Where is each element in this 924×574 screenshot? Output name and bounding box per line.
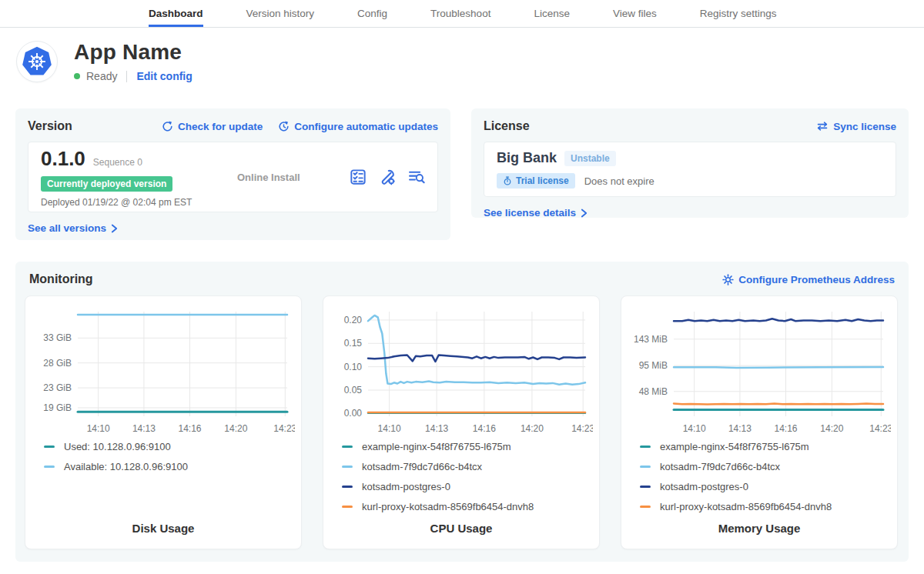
svg-text:143 MiB: 143 MiB — [634, 334, 668, 345]
svg-text:14:13: 14:13 — [132, 423, 156, 434]
update-schedule-icon — [278, 121, 290, 132]
app-header: App Name Ready Edit config — [16, 40, 192, 82]
sync-icon — [816, 121, 829, 132]
preflight-checks-button[interactable] — [350, 169, 367, 185]
legend-item: kotsadm-postgres-0 — [342, 481, 591, 492]
legend-label: example-nginx-54f8f76755-l675m — [660, 441, 809, 452]
edit-config-button[interactable] — [379, 169, 396, 185]
wrench-gear-icon — [379, 169, 396, 185]
legend-swatch — [44, 466, 55, 468]
configure-automatic-updates-link[interactable]: Configure automatic updates — [278, 121, 438, 132]
version-number: 0.1.0 — [41, 147, 85, 171]
tab-version-history[interactable]: Version history — [246, 0, 315, 27]
app-status: Ready — [86, 70, 117, 82]
sequence-label: Sequence 0 — [93, 157, 142, 168]
license-expiry: Does not expire — [584, 175, 654, 187]
svg-text:14:10: 14:10 — [87, 423, 110, 434]
legend-swatch — [640, 506, 651, 508]
tab-config[interactable]: Config — [357, 0, 387, 27]
configure-prometheus-link[interactable]: Configure Prometheus Address — [722, 274, 895, 285]
svg-text:14:23: 14:23 — [869, 423, 891, 434]
cpu-usage-card: 0.000.050.100.150.2014:1014:1314:1614:20… — [323, 295, 600, 549]
preflight-checklist-icon — [350, 169, 367, 185]
install-type-label: Online Install — [214, 172, 350, 183]
legend-label: kotsadm-7f9dc7d66c-b4tcx — [362, 461, 482, 472]
svg-text:14:10: 14:10 — [378, 423, 401, 434]
legend-swatch — [640, 486, 651, 488]
svg-text:14:16: 14:16 — [473, 423, 496, 434]
svg-text:14:16: 14:16 — [179, 423, 202, 434]
deploy-logs-button[interactable] — [408, 169, 425, 185]
see-all-versions-link[interactable]: See all versions — [28, 222, 118, 234]
legend-swatch — [342, 486, 353, 488]
tab-registry-settings[interactable]: Registry settings — [700, 0, 777, 27]
legend-label: kotsadm-postgres-0 — [362, 481, 450, 492]
legend-label: Available: 10.128.0.96:9100 — [64, 461, 188, 472]
chart-title-memory: Memory Usage — [629, 522, 889, 541]
license-card: License Sync license Big Bank Unstable — [471, 108, 909, 218]
legend-label: Used: 10.128.0.96:9100 — [64, 441, 171, 452]
license-card-title: License — [484, 119, 530, 133]
cpu-usage-legend: example-nginx-54f8f76755-l675mkotsadm-7f… — [331, 441, 591, 521]
logs-search-icon — [408, 169, 425, 185]
current-version-row: 0.1.0 Sequence 0 Currently deployed vers… — [28, 142, 438, 212]
svg-text:14:20: 14:20 — [224, 423, 247, 434]
deployed-badge: Currently deployed version — [41, 176, 172, 192]
tab-dashboard[interactable]: Dashboard — [149, 0, 203, 27]
page-title: App Name — [74, 40, 192, 65]
svg-text:14:20: 14:20 — [521, 423, 544, 434]
trial-license-badge: Trial license — [497, 173, 575, 189]
channel-badge: Unstable — [564, 151, 616, 166]
edit-config-link[interactable]: Edit config — [136, 70, 192, 82]
legend-swatch — [44, 446, 55, 448]
license-summary-row: Big Bank Unstable Trial license Does not… — [484, 142, 896, 197]
see-license-details-link[interactable]: See license details — [484, 207, 588, 219]
tab-troubleshoot[interactable]: Troubleshoot — [430, 0, 490, 27]
legend-item: kurl-proxy-kotsadm-8569fb6454-dnvh8 — [640, 501, 889, 512]
svg-text:0.10: 0.10 — [344, 362, 363, 372]
svg-text:14:23: 14:23 — [273, 423, 295, 434]
tab-view-files[interactable]: View files — [613, 0, 657, 27]
check-for-update-link[interactable]: Check for update — [162, 121, 263, 132]
memory-usage-legend: example-nginx-54f8f76755-l675mkotsadm-7f… — [629, 441, 889, 521]
legend-swatch — [640, 466, 651, 468]
memory-usage-card: 48 MiB95 MiB143 MiB14:1014:1314:1614:201… — [621, 295, 898, 549]
app-logo — [16, 41, 58, 82]
legend-item: kurl-proxy-kotsadm-8569fb6454-dnvh8 — [342, 501, 591, 512]
customer-name: Big Bank — [497, 150, 557, 166]
legend-label: kurl-proxy-kotsadm-8569fb6454-dnvh8 — [362, 501, 534, 512]
version-card: Version Check for update Configure au — [15, 108, 450, 240]
monitoring-section: Monitoring Configure Prometheus Address … — [15, 262, 909, 562]
svg-text:14:10: 14:10 — [683, 423, 706, 434]
cpu-usage-chart: 0.000.050.100.150.2014:1014:1314:1614:20… — [331, 304, 593, 436]
app-meta: App Name Ready Edit config — [74, 40, 192, 82]
deployed-timestamp: Deployed 01/19/22 @ 02:04 pm EST — [41, 197, 214, 208]
chevron-right-icon — [111, 224, 118, 233]
memory-usage-chart: 48 MiB95 MiB143 MiB14:1014:1314:1614:201… — [629, 304, 891, 436]
tab-license[interactable]: License — [534, 0, 570, 27]
svg-text:0.05: 0.05 — [344, 385, 363, 395]
divider — [126, 71, 127, 82]
svg-text:95 MiB: 95 MiB — [639, 360, 668, 371]
svg-text:14:13: 14:13 — [425, 423, 448, 434]
legend-label: kurl-proxy-kotsadm-8569fb6454-dnvh8 — [660, 501, 832, 512]
disk-usage-legend: Used: 10.128.0.96:9100Available: 10.128.… — [33, 441, 293, 481]
svg-text:14:20: 14:20 — [820, 423, 843, 434]
kots-dashboard-page: Dashboard Version history Config Trouble… — [0, 0, 924, 574]
chart-title-cpu: CPU Usage — [331, 522, 591, 541]
legend-item: Used: 10.128.0.96:9100 — [44, 441, 293, 452]
legend-label: kotsadm-postgres-0 — [660, 481, 748, 492]
legend-item: kotsadm-7f9dc7d66c-b4tcx — [342, 461, 591, 472]
legend-label: example-nginx-54f8f76755-l675m — [362, 441, 511, 452]
stopwatch-icon — [503, 176, 512, 185]
svg-text:0.00: 0.00 — [344, 408, 363, 419]
legend-label: kotsadm-7f9dc7d66c-b4tcx — [660, 461, 780, 472]
sync-license-link[interactable]: Sync license — [816, 121, 896, 132]
svg-text:0.15: 0.15 — [344, 338, 363, 349]
ready-status-dot — [74, 73, 80, 79]
svg-text:23 GiB: 23 GiB — [43, 382, 72, 393]
svg-text:48 MiB: 48 MiB — [639, 386, 668, 397]
svg-text:33 GiB: 33 GiB — [43, 332, 72, 343]
refresh-icon — [162, 121, 173, 132]
monitoring-title: Monitoring — [29, 272, 93, 286]
